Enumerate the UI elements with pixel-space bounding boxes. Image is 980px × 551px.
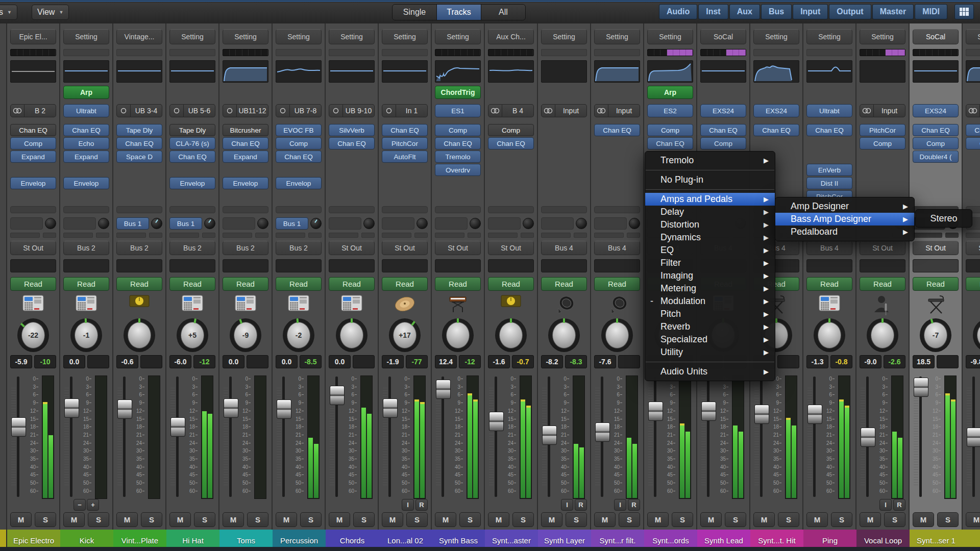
insert-empty-slot[interactable] xyxy=(116,206,162,213)
eq-thumbnail[interactable] xyxy=(63,60,109,83)
fader-cap[interactable] xyxy=(170,417,185,437)
submenu-item-pedalboard[interactable]: Pedalboard▶ xyxy=(775,226,914,238)
output-slot[interactable]: St Out xyxy=(382,241,428,255)
input-slot[interactable]: Input xyxy=(594,104,640,117)
eq-thumbnail[interactable] xyxy=(169,60,215,83)
input-slot[interactable]: ES2 xyxy=(647,104,693,117)
volume-value[interactable]: -1.9 xyxy=(382,355,404,368)
insert-slot[interactable]: PitchCor xyxy=(860,124,905,136)
menu-item-dynamics[interactable]: Dynamics▶ xyxy=(645,231,775,244)
volume-fader[interactable] xyxy=(542,375,555,498)
pan-knob[interactable] xyxy=(856,318,909,352)
insert-slot[interactable]: Chan EQ xyxy=(488,137,534,149)
menu-item-specialized[interactable]: Specialized▶ xyxy=(645,333,775,346)
input-slot[interactable]: UB 3-4 xyxy=(116,104,162,117)
volume-value[interactable]: 18.5 xyxy=(913,355,935,368)
insert-empty-slot[interactable] xyxy=(435,206,481,213)
minus-button[interactable]: − xyxy=(74,499,86,511)
insert-empty-slot[interactable] xyxy=(169,206,215,213)
mute-button[interactable]: M xyxy=(860,512,881,527)
pan-knob[interactable] xyxy=(485,318,537,352)
insert-slot[interactable]: PitchCor xyxy=(382,137,428,149)
send-slot[interactable] xyxy=(329,217,375,230)
mute-button[interactable]: M xyxy=(594,512,616,527)
volume-value[interactable]: -6.0 xyxy=(169,355,191,368)
fader-cap[interactable] xyxy=(542,425,557,445)
pan-knob[interactable]: -1 xyxy=(60,318,112,352)
mute-button[interactable]: M xyxy=(806,512,828,527)
volume-value[interactable]: -1.3 xyxy=(806,355,828,368)
insert-slot[interactable]: Envelop xyxy=(276,177,322,189)
setting-button[interactable]: SoCal xyxy=(913,29,959,44)
automation-mode-button[interactable]: Read xyxy=(116,277,162,291)
input-slot[interactable]: EXS24 xyxy=(913,104,959,117)
midi-fx-slot[interactable]: Arp xyxy=(647,86,693,99)
menu-item-tremolo[interactable]: Tremolo▶ xyxy=(645,154,775,167)
view-menu-button[interactable]: View ▼ xyxy=(32,5,69,20)
input-monitor-button[interactable]: I xyxy=(561,499,573,511)
input-slot[interactable]: ES1 xyxy=(435,104,481,117)
mute-button[interactable]: M xyxy=(488,512,509,527)
automation-mode-button[interactable]: Read xyxy=(10,277,56,291)
peak-value[interactable] xyxy=(937,355,959,368)
volume-value[interactable]: -0.6 xyxy=(116,355,138,368)
input-slot[interactable]: B 4 xyxy=(488,104,534,117)
eq-thumbnail[interactable] xyxy=(647,60,693,83)
pan-knob[interactable] xyxy=(538,318,590,352)
setting-button[interactable]: Setting xyxy=(647,29,693,44)
group-slot[interactable] xyxy=(913,259,959,272)
insert-slot[interactable]: Chan EQ xyxy=(806,124,852,136)
view-mode-single[interactable]: Single xyxy=(393,5,437,20)
insert-slot[interactable]: Expand xyxy=(10,151,56,163)
send-knob[interactable] xyxy=(151,218,162,229)
volume-value[interactable]: 0.0 xyxy=(63,355,85,368)
insert-slot[interactable]: EnVerb xyxy=(806,164,852,176)
group-slot[interactable] xyxy=(116,259,162,272)
mute-button[interactable]: M xyxy=(435,512,456,527)
send-knob[interactable] xyxy=(204,218,215,229)
send-knob[interactable] xyxy=(45,218,56,229)
insert-empty-slot[interactable] xyxy=(594,206,640,213)
solo-button[interactable]: S xyxy=(831,512,852,527)
automation-mode-button[interactable]: Read xyxy=(63,277,109,291)
send-slot[interactable] xyxy=(435,217,481,230)
output-slot[interactable]: Bus 2 xyxy=(63,241,109,255)
send-knob[interactable] xyxy=(416,218,428,229)
menu-item-eq[interactable]: EQ▶ xyxy=(645,244,775,257)
output-slot[interactable]: St Out xyxy=(913,241,959,255)
fader-cap[interactable] xyxy=(648,402,663,421)
pan-knob[interactable] xyxy=(113,318,165,352)
volume-fader[interactable] xyxy=(861,375,874,498)
pan-knob[interactable] xyxy=(803,318,855,352)
volume-value[interactable]: -5.9 xyxy=(10,355,32,368)
menu-item-filter[interactable]: Filter▶ xyxy=(645,257,775,269)
solo-button[interactable]: S xyxy=(778,512,799,527)
filter-output-button[interactable]: Output xyxy=(829,4,871,19)
output-slot[interactable]: Bus 2 xyxy=(223,241,268,255)
insert-slot[interactable]: Chan EQ xyxy=(169,151,215,163)
peak-value[interactable] xyxy=(247,355,268,368)
mute-button[interactable]: M xyxy=(169,512,191,527)
insert-slot[interactable]: Comp xyxy=(913,137,959,149)
send-slot[interactable] xyxy=(382,217,428,230)
solo-button[interactable]: S xyxy=(141,512,162,527)
mute-button[interactable]: M xyxy=(63,512,85,527)
output-slot[interactable]: Bus 2 xyxy=(276,241,322,255)
insert-slot[interactable]: Comp xyxy=(10,137,56,149)
solo-button[interactable]: S xyxy=(247,512,268,527)
menu-item-distortion[interactable]: Distortion▶ xyxy=(645,218,775,231)
output-slot[interactable]: Bus 4 xyxy=(806,241,852,255)
insert-slot[interactable]: Chan EQ xyxy=(753,124,799,136)
insert-slot[interactable]: Dist II xyxy=(806,177,852,189)
volume-fader[interactable] xyxy=(383,375,396,498)
output-slot[interactable]: St Out xyxy=(488,241,534,255)
peak-value[interactable] xyxy=(618,355,640,368)
pan-knob[interactable] xyxy=(326,318,378,352)
group-slot[interactable] xyxy=(488,259,534,272)
send-slot[interactable] xyxy=(488,217,534,230)
volume-fader[interactable] xyxy=(489,375,502,498)
solo-button[interactable]: S xyxy=(512,512,534,527)
insert-slot[interactable]: Envelop xyxy=(169,177,215,189)
setting-button[interactable]: Setting xyxy=(435,29,481,44)
insert-slot[interactable]: Overdrv xyxy=(435,164,481,176)
